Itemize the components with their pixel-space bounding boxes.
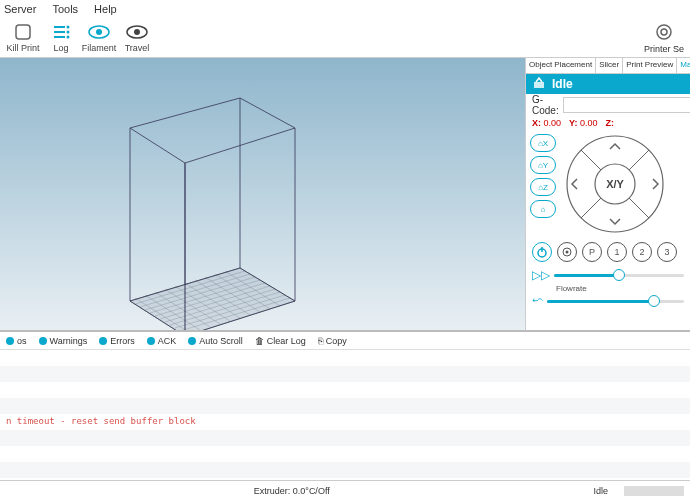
log-toolbar: os Warnings Errors ACK Auto Scroll 🗑Clea…: [0, 330, 690, 350]
copy-log-button[interactable]: ⎘Copy: [318, 336, 347, 346]
gear-icon: [654, 22, 674, 44]
home-all-button[interactable]: ⌂: [530, 200, 556, 218]
kill-print-button[interactable]: Kill Print: [4, 22, 42, 53]
home-y-button[interactable]: ⌂Y: [530, 156, 556, 174]
build-plate-grid: [130, 268, 295, 330]
eye-icon: [126, 22, 148, 42]
gcode-label: G-Code:: [532, 94, 559, 116]
speed-2-button[interactable]: 2: [632, 242, 652, 262]
speed-1-button[interactable]: 1: [607, 242, 627, 262]
svg-point-11: [657, 25, 671, 39]
jog-x-plus[interactable]: [639, 160, 667, 208]
jog-x-minus[interactable]: [563, 160, 591, 208]
svg-point-4: [67, 26, 70, 29]
filter-ack[interactable]: ACK: [147, 336, 177, 346]
3d-viewport[interactable]: [0, 58, 525, 330]
filament-button[interactable]: Filament: [80, 22, 118, 53]
panel-tabs: Object Placement Slicer Print Preview Ma…: [526, 58, 690, 74]
log-area[interactable]: n timeout - reset send buffer block: [0, 350, 690, 480]
jog-y-minus[interactable]: [590, 203, 640, 231]
side-panel: Object Placement Slicer Print Preview Ma…: [525, 58, 690, 330]
svg-point-12: [661, 29, 667, 35]
toolbar: Kill Print Log Filament Travel Printer S…: [0, 18, 690, 58]
printer-state: Idle: [583, 486, 618, 496]
trash-icon: 🗑: [255, 336, 264, 346]
gcode-input[interactable]: [563, 97, 690, 113]
svg-point-5: [67, 31, 70, 34]
flowrate-icon: ⬿: [532, 295, 543, 307]
home-z-button[interactable]: ⌂Z: [530, 178, 556, 196]
status-bar: Extruder: 0.0°C/Off Idle: [0, 480, 690, 500]
svg-rect-33: [534, 82, 544, 88]
log-line: [0, 462, 690, 478]
auto-scroll-toggle[interactable]: Auto Scroll: [188, 336, 243, 346]
home-x-button[interactable]: ⌂X: [530, 134, 556, 152]
tab-object-placement[interactable]: Object Placement: [526, 58, 596, 73]
svg-point-6: [67, 36, 70, 39]
tab-slicer[interactable]: Slicer: [596, 58, 623, 73]
clear-log-button[interactable]: 🗑Clear Log: [255, 336, 306, 346]
svg-point-43: [566, 251, 569, 254]
power-button[interactable]: [532, 242, 552, 262]
printer-settings-button[interactable]: Printer Se: [644, 22, 684, 54]
jog-y-plus[interactable]: [590, 137, 640, 165]
flowrate-slider[interactable]: [547, 300, 684, 303]
tab-print-preview[interactable]: Print Preview: [623, 58, 677, 73]
speed-3-button[interactable]: 3: [657, 242, 677, 262]
filter-os[interactable]: os: [6, 336, 27, 346]
main-area: Object Placement Slicer Print Preview Ma…: [0, 58, 690, 330]
svg-point-8: [96, 29, 102, 35]
control-row: P 1 2 3: [526, 238, 690, 266]
extruder-temp: Extruder: 0.0°C/Off: [0, 486, 583, 496]
log-line: [0, 430, 690, 446]
jog-controls: ⌂X ⌂Y ⌂Z ⌂ X/Y: [526, 130, 690, 238]
menu-help[interactable]: Help: [94, 3, 117, 15]
gcode-row: G-Code:: [526, 94, 690, 116]
copy-icon: ⎘: [318, 336, 323, 346]
travel-button[interactable]: Travel: [118, 22, 156, 53]
fast-forward-icon: ▷▷: [532, 268, 550, 282]
filter-errors[interactable]: Errors: [99, 336, 135, 346]
svg-rect-0: [16, 25, 30, 39]
coordinates: X: 0.00 Y: 0.00 Z:: [526, 116, 690, 130]
speed-slider[interactable]: [554, 274, 684, 277]
menu-server[interactable]: Server: [4, 3, 36, 15]
log-line: [0, 366, 690, 382]
log-line: n timeout - reset send buffer block: [0, 414, 690, 430]
status-text: Idle: [552, 77, 573, 91]
tab-manual-control[interactable]: Manual C: [677, 58, 690, 73]
fan-button[interactable]: [557, 242, 577, 262]
printer-icon: [532, 76, 546, 93]
stop-icon: [14, 22, 32, 42]
svg-point-10: [134, 29, 140, 35]
park-button[interactable]: P: [582, 242, 602, 262]
fan-icon: [561, 246, 573, 258]
build-volume-wireframe: [0, 58, 525, 330]
flowrate-label: Flowrate: [526, 284, 690, 293]
flowrate-slider-row: ⬿: [526, 293, 690, 309]
log-icon: [51, 22, 71, 42]
log-button[interactable]: Log: [42, 22, 80, 53]
log-line: [0, 382, 690, 398]
log-line: [0, 398, 690, 414]
log-line: [0, 350, 690, 366]
printer-status: Idle: [526, 74, 690, 94]
filter-warnings[interactable]: Warnings: [39, 336, 88, 346]
jog-pad: X/Y: [560, 134, 670, 234]
log-line: [0, 446, 690, 462]
menu-tools[interactable]: Tools: [52, 3, 78, 15]
jog-center-label: X/Y: [606, 178, 624, 190]
progress-bar: [624, 486, 684, 496]
speed-slider-row: ▷▷: [526, 266, 690, 284]
power-icon: [536, 246, 548, 258]
eye-icon: [88, 22, 110, 42]
menu-bar: Server Tools Help: [0, 0, 690, 18]
